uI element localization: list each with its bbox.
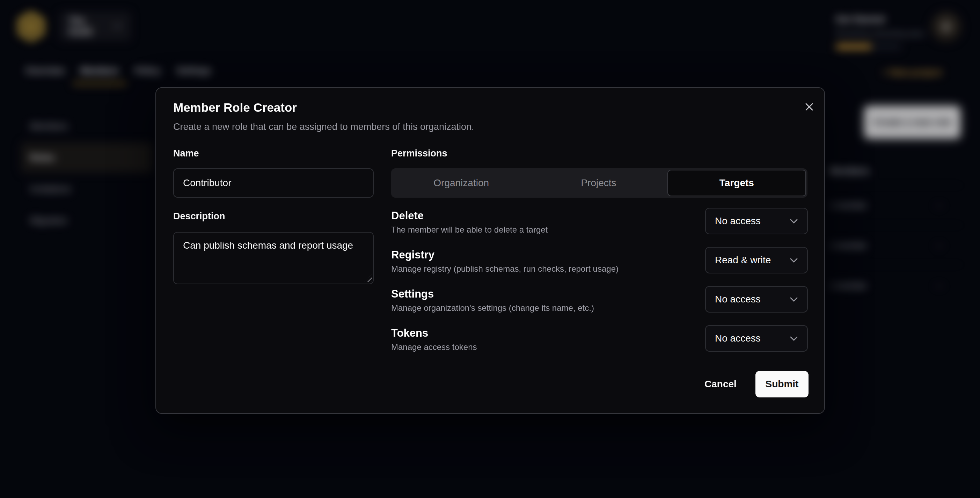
close-icon <box>804 102 815 112</box>
permission-title-settings: Settings <box>391 288 434 300</box>
permission-desc-settings: Manage organization's settings (change i… <box>391 303 594 313</box>
permission-title-registry: Registry <box>391 249 434 261</box>
selected-value: Read & write <box>715 255 771 266</box>
scope-tab-targets[interactable]: Targets <box>667 170 806 196</box>
cancel-button[interactable]: Cancel <box>694 371 747 398</box>
permissions-label: Permissions <box>391 148 447 159</box>
modal-title: Member Role Creator <box>173 100 297 115</box>
permission-title-tokens: Tokens <box>391 327 428 339</box>
chevron-down-icon <box>790 258 798 263</box>
modal-subtitle: Create a new role that can be assigned t… <box>173 121 474 132</box>
settings-permission-select[interactable]: No access <box>705 286 808 313</box>
member-role-creator-modal: Member Role Creator Create a new role th… <box>156 87 825 414</box>
delete-permission-select[interactable]: No access <box>705 208 808 234</box>
close-button[interactable] <box>802 99 817 115</box>
permission-desc-registry: Manage registry (publish schemas, run ch… <box>391 264 619 274</box>
chevron-down-icon <box>790 219 798 224</box>
permission-desc-tokens: Manage access tokens <box>391 342 477 352</box>
submit-button[interactable]: Submit <box>756 371 808 398</box>
permission-title-delete: Delete <box>391 210 424 222</box>
description-textarea[interactable]: Can publish schemas and report usage <box>173 232 374 284</box>
selected-value: No access <box>715 294 760 305</box>
permissions-scope-tabs: Organization Projects Targets <box>391 168 807 198</box>
selected-value: No access <box>715 333 760 344</box>
description-label: Description <box>173 211 225 222</box>
chevron-down-icon <box>790 297 798 302</box>
name-label: Name <box>173 148 199 159</box>
permission-desc-delete: The member will be able to delete a targ… <box>391 225 547 235</box>
selected-value: No access <box>715 215 760 227</box>
scope-tab-projects[interactable]: Projects <box>530 170 667 196</box>
scope-tab-organization[interactable]: Organization <box>393 170 530 196</box>
registry-permission-select[interactable]: Read & write <box>705 247 808 274</box>
chevron-down-icon <box>790 336 798 341</box>
name-input[interactable] <box>173 168 374 198</box>
tokens-permission-select[interactable]: No access <box>705 325 808 352</box>
